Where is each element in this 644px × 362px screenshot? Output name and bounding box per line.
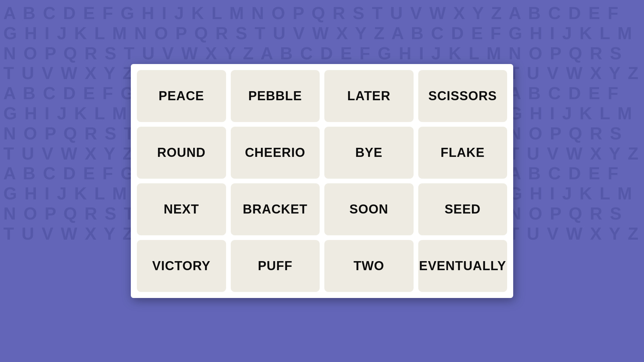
word-card-later[interactable]: LATER [324,70,414,122]
word-card-peace[interactable]: PEACE [137,70,226,122]
word-card-victory[interactable]: VICTORY [137,240,226,292]
word-label: LATER [347,89,390,103]
word-card-scissors[interactable]: SCISSORS [418,70,507,122]
word-card-bye[interactable]: BYE [324,127,414,179]
word-card-round[interactable]: ROUND [137,127,226,179]
word-label: FLAKE [440,145,485,160]
word-card-next[interactable]: NEXT [137,183,226,235]
word-label: EVENTUALLY [419,259,506,273]
word-label: PEBBLE [248,89,302,103]
word-card-bracket[interactable]: BRACKET [231,183,320,235]
word-label: BYE [355,145,382,160]
word-label: TWO [354,259,384,273]
word-card-eventually[interactable]: EVENTUALLY [418,240,507,292]
word-card-puff[interactable]: PUFF [231,240,320,292]
word-card-flake[interactable]: FLAKE [418,127,507,179]
word-card-pebble[interactable]: PEBBLE [231,70,320,122]
word-label: BRACKET [243,202,308,217]
word-label: SOON [350,202,388,217]
word-label: PUFF [258,259,292,273]
word-label: ROUND [157,145,206,160]
word-label: VICTORY [152,259,211,273]
word-card-two[interactable]: TWO [324,240,414,292]
word-label: PEACE [159,89,204,103]
word-label: SEED [445,202,481,217]
word-grid-panel: PEACEPEBBLELATERSCISSORSROUNDCHEERIOBYEF… [131,64,513,298]
word-card-cheerio[interactable]: CHEERIO [231,127,320,179]
word-grid: PEACEPEBBLELATERSCISSORSROUNDCHEERIOBYEF… [137,70,507,292]
word-label: CHEERIO [245,145,305,160]
word-card-soon[interactable]: SOON [324,183,414,235]
word-label: NEXT [164,202,199,217]
word-card-seed[interactable]: SEED [418,183,507,235]
word-label: SCISSORS [428,89,497,103]
